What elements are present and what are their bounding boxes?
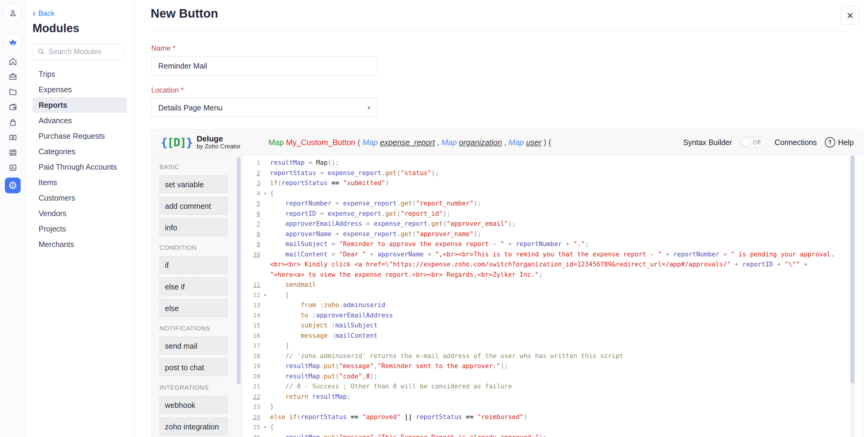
line-number[interactable]: 6	[243, 209, 260, 219]
sidebar-item-purchase-requests[interactable]: Purchase Requests	[32, 128, 127, 144]
sidebar-item-customers[interactable]: Customers	[32, 190, 127, 206]
modules-menu: TripsExpensesReportsAdvancesPurchase Req…	[32, 66, 135, 252]
line-number[interactable]: 24	[243, 412, 260, 423]
palette-item-webhook[interactable]: webhook	[159, 396, 228, 414]
line-number[interactable]: 16	[243, 331, 260, 341]
palette-item-post-to-chat[interactable]: post to chat	[159, 359, 228, 376]
line-number[interactable]: 2	[243, 168, 260, 178]
code-line: 8 approverName = expense_report.get("app…	[243, 229, 863, 239]
fold-toggle-icon[interactable]: ▾	[260, 189, 270, 199]
name-input[interactable]	[151, 57, 377, 75]
line-number[interactable]: 10	[243, 249, 260, 280]
card-diamond-icon[interactable]	[5, 132, 21, 142]
main-panel: New Button ✕ Name * Location * Details P…	[135, 0, 868, 437]
fold-spacer	[260, 341, 270, 351]
code-area[interactable]: 1resultMap = Map();2reportStatus = expen…	[243, 156, 863, 437]
fold-spacer	[260, 239, 270, 249]
palette-item-zoho-integration[interactable]: zoho integration	[159, 417, 228, 435]
line-number[interactable]: 22	[243, 392, 260, 402]
sidebar-item-advances[interactable]: Advances	[32, 113, 127, 128]
location-label: Location *	[151, 86, 184, 94]
cashbox-icon[interactable]	[5, 147, 21, 158]
line-number[interactable]: 17	[243, 341, 260, 351]
fold-spacer	[260, 168, 270, 178]
wallet-icon[interactable]	[5, 102, 21, 112]
sidebar-item-expenses[interactable]: Expenses	[32, 82, 127, 97]
line-number[interactable]: 26	[243, 432, 260, 437]
line-number[interactable]: 11	[243, 280, 260, 290]
palette-item-set-variable[interactable]: set variable	[159, 175, 228, 193]
palette-scrollbar[interactable]	[237, 157, 241, 384]
palette-item-if[interactable]: if	[159, 256, 228, 274]
fold-spacer	[260, 310, 270, 321]
editor-toolbar: Syntax Builder Off Connections ? Help	[683, 137, 854, 148]
line-number[interactable]: 14	[243, 310, 260, 321]
sidebar-item-categories[interactable]: Categories	[32, 144, 127, 159]
editor-body: BASICset variableadd commentinfoCONDITIO…	[152, 156, 863, 437]
code-line: 11 sendmail	[243, 280, 863, 290]
fold-toggle-icon[interactable]: ▾	[260, 422, 270, 432]
line-number[interactable]: 13	[243, 300, 260, 310]
line-number[interactable]: 18	[243, 351, 260, 362]
palette-section-header: BASIC	[159, 163, 243, 171]
close-button[interactable]: ✕	[841, 6, 860, 25]
bag-icon[interactable]	[5, 117, 21, 127]
modules-sidebar: ‹ Back Modules TripsExpensesReportsAdvan…	[26, 0, 135, 437]
page-title: New Button	[151, 7, 218, 20]
location-select[interactable]: Details Page Menu ▾	[151, 98, 377, 117]
folder-icon[interactable]	[5, 87, 21, 97]
line-number[interactable]: 19	[243, 361, 260, 371]
syntax-builder-toggle[interactable]: Off	[740, 137, 767, 148]
code-text: return resultMap;	[270, 392, 863, 402]
syntax-builder-label: Syntax Builder	[683, 138, 732, 147]
fold-spacer	[260, 381, 270, 392]
line-number[interactable]: 21	[243, 381, 260, 392]
line-number[interactable]: 8	[243, 229, 260, 239]
line-number[interactable]: 1	[243, 158, 260, 168]
palette-item-else-if[interactable]: else if	[159, 278, 228, 295]
fold-spacer	[260, 199, 270, 209]
code-line: 1resultMap = Map();	[243, 158, 863, 168]
line-number[interactable]: 12	[243, 290, 260, 300]
bar-chart-icon[interactable]	[5, 162, 21, 173]
line-number[interactable]: 4	[243, 189, 260, 199]
sidebar-item-items[interactable]: Items	[32, 175, 127, 190]
line-number[interactable]: 23	[243, 402, 260, 412]
palette-item-send-mail[interactable]: send mail	[159, 337, 228, 355]
crown-icon[interactable]	[5, 34, 21, 49]
sidebar-item-reports[interactable]: Reports	[32, 97, 127, 113]
code-line: 4▾{	[243, 189, 863, 199]
palette-item-else[interactable]: else	[159, 299, 228, 317]
code-line: 25▾{	[243, 422, 863, 432]
search-box[interactable]	[32, 43, 124, 60]
code-line: 15 subject :mailSubject	[243, 321, 863, 331]
briefcase-icon[interactable]	[5, 71, 21, 81]
line-number[interactable]: 7	[243, 219, 260, 229]
deluge-brand: {[D]} Deluge by Zoho Creator	[161, 135, 241, 150]
sidebar-item-vendors[interactable]: Vendors	[32, 206, 127, 221]
search-input[interactable]	[48, 47, 119, 56]
back-link[interactable]: ‹ Back	[32, 9, 60, 18]
palette-item-add-comment[interactable]: add comment	[159, 197, 228, 214]
close-icon: ✕	[846, 10, 854, 21]
line-number[interactable]: 15	[243, 321, 260, 331]
sidebar-item-merchants[interactable]: Merchants	[32, 237, 127, 252]
user-avatar-icon[interactable]	[5, 5, 21, 21]
palette-item-info[interactable]: info	[159, 218, 228, 236]
line-number[interactable]: 25	[243, 422, 260, 432]
location-value: Details Page Menu	[158, 103, 222, 112]
home-icon[interactable]	[5, 56, 21, 66]
sidebar-item-projects[interactable]: Projects	[32, 221, 127, 237]
help-link[interactable]: ? Help	[825, 137, 854, 147]
line-number[interactable]: 3	[243, 178, 260, 189]
connections-link[interactable]: Connections	[775, 138, 817, 147]
code-scrollbar-thumb[interactable]	[850, 156, 855, 383]
line-number[interactable]: 20	[243, 371, 260, 382]
line-number[interactable]: 5	[243, 199, 260, 209]
fold-toggle-icon[interactable]: ▾	[260, 290, 270, 300]
sidebar-item-paid-through-accounts[interactable]: Paid Through Accounts	[32, 159, 127, 175]
gear-icon[interactable]: ⚙	[5, 177, 21, 193]
help-label: Help	[838, 138, 854, 147]
line-number[interactable]: 9	[243, 239, 260, 249]
sidebar-item-trips[interactable]: Trips	[32, 66, 127, 82]
